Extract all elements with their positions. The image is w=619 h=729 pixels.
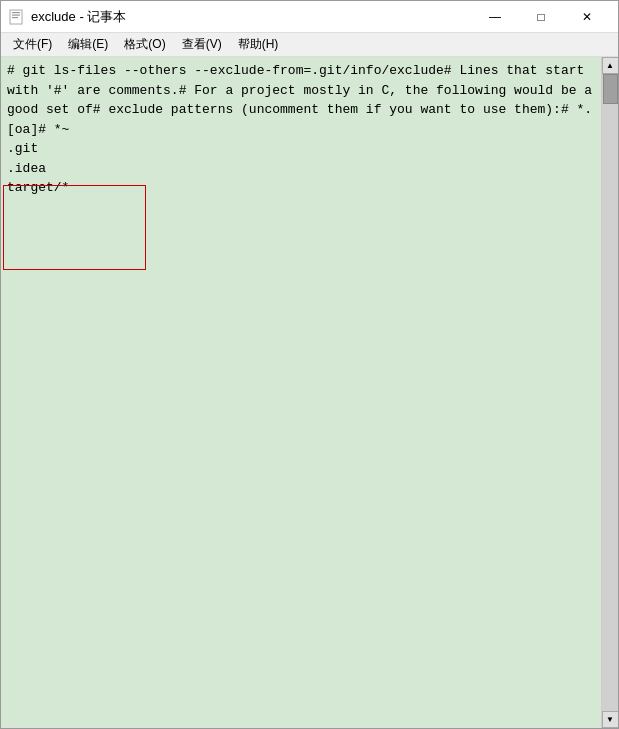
text-editor[interactable]: # git ls-files --others --exclude-from=.… — [1, 57, 601, 728]
menu-format[interactable]: 格式(O) — [116, 34, 173, 55]
notepad-window: exclude - 记事本 — □ ✕ 文件(F) 编辑(E) 格式(O) 查看… — [0, 0, 619, 729]
app-icon — [9, 9, 25, 25]
scroll-up-button[interactable]: ▲ — [602, 57, 619, 74]
menu-help[interactable]: 帮助(H) — [230, 34, 287, 55]
maximize-button[interactable]: □ — [518, 1, 564, 33]
menu-edit[interactable]: 编辑(E) — [60, 34, 116, 55]
window-controls: — □ ✕ — [472, 1, 610, 33]
close-button[interactable]: ✕ — [564, 1, 610, 33]
title-bar: exclude - 记事本 — □ ✕ — [1, 1, 618, 33]
menu-bar: 文件(F) 编辑(E) 格式(O) 查看(V) 帮助(H) — [1, 33, 618, 57]
scroll-track[interactable] — [602, 74, 618, 711]
svg-rect-3 — [12, 17, 18, 18]
scroll-thumb[interactable] — [603, 74, 618, 104]
scroll-down-button[interactable]: ▼ — [602, 711, 619, 728]
vertical-scrollbar[interactable]: ▲ ▼ — [601, 57, 618, 728]
svg-rect-2 — [12, 14, 20, 15]
menu-view[interactable]: 查看(V) — [174, 34, 230, 55]
minimize-button[interactable]: — — [472, 1, 518, 33]
window-title: exclude - 记事本 — [31, 8, 472, 26]
menu-file[interactable]: 文件(F) — [5, 34, 60, 55]
editor-area: # git ls-files --others --exclude-from=.… — [1, 57, 618, 728]
svg-rect-1 — [12, 12, 20, 13]
